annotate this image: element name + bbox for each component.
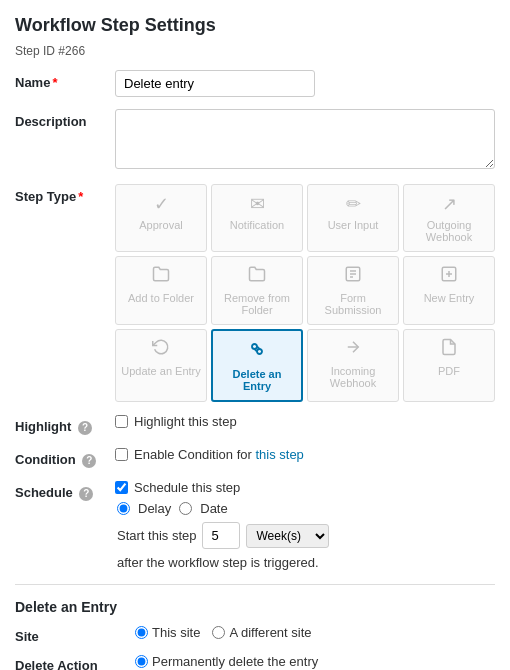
step-type-new-entry[interactable]: New Entry [403,256,495,325]
site-content: This site A different site [135,625,495,640]
user-input-label: User Input [328,219,379,231]
this-site-label: This site [152,625,200,640]
step-type-notification[interactable]: ✉ Notification [211,184,303,252]
highlight-label: Highlight ? [15,414,115,435]
highlight-content: Highlight this step [115,414,495,433]
update-entry-icon [152,338,170,361]
step-type-delete-entry[interactable]: Delete an Entry [211,329,303,402]
schedule-info-icon[interactable]: ? [79,487,93,501]
outgoing-webhook-icon: ↗ [442,193,457,215]
update-entry-label: Update an Entry [121,365,201,377]
delete-entry-icon [247,339,267,364]
highlight-checkbox-label: Highlight this step [134,414,237,429]
page-title: Workflow Step Settings [15,15,495,36]
approval-icon: ✓ [154,193,169,215]
delete-action-radio-row: Permanently delete the entry Move the en… [135,654,495,670]
step-type-grid-container: ✓ Approval ✉ Notification ✏ User Input ↗… [115,184,495,402]
remove-from-folder-icon [248,265,266,288]
add-to-folder-icon [152,265,170,288]
form-submission-icon [344,265,362,288]
highlight-checkbox[interactable] [115,415,128,428]
delay-radio[interactable] [117,502,130,515]
pdf-label: PDF [438,365,460,377]
description-row: Description [15,109,495,172]
site-label: Site [15,625,135,644]
add-to-folder-label: Add to Folder [128,292,194,304]
remove-from-folder-label: Remove from Folder [216,292,298,316]
condition-label: Condition ? [15,447,115,468]
condition-checkbox-label: Enable Condition for this step [134,447,304,462]
delete-entry-label: Delete an Entry [217,368,297,392]
step-type-form-submission[interactable]: Form Submission [307,256,399,325]
notification-label: Notification [230,219,284,231]
date-radio[interactable] [179,502,192,515]
step-type-add-to-folder[interactable]: Add to Folder [115,256,207,325]
pdf-icon [440,338,458,361]
permanently-delete-radio[interactable] [135,655,148,668]
name-row: Name* [15,70,495,97]
step-type-incoming-webhook[interactable]: Incoming Webhook [307,329,399,402]
step-type-remove-from-folder[interactable]: Remove from Folder [211,256,303,325]
condition-info-icon[interactable]: ? [82,454,96,468]
description-field-container [115,109,495,172]
condition-content: Enable Condition for this step [115,447,495,466]
step-type-outgoing-webhook[interactable]: ↗ Outgoing Webhook [403,184,495,252]
form-submission-label: Form Submission [312,292,394,316]
new-entry-icon [440,265,458,288]
svg-line-10 [255,349,258,352]
different-site-option[interactable]: A different site [212,625,311,640]
name-input[interactable] [115,70,315,97]
schedule-content: Schedule this step Delay Date Start this… [115,480,495,570]
step-type-label: Step Type* [15,184,115,204]
condition-blue-text: this step [255,447,303,462]
svg-line-9 [257,347,260,350]
week-unit-select[interactable]: Week(s) Day(s) Hour(s) Minute(s) [246,524,329,548]
user-input-icon: ✏ [346,193,361,215]
description-label: Description [15,109,115,129]
section-divider [15,584,495,585]
svg-point-8 [257,349,262,354]
step-type-update-entry[interactable]: Update an Entry [115,329,207,402]
delay-date-radio-row: Delay Date [117,501,495,516]
site-radio-row: This site A different site [135,625,495,640]
step-type-user-input[interactable]: ✏ User Input [307,184,399,252]
description-input[interactable] [115,109,495,169]
site-row: Site This site A different site [15,625,495,644]
different-site-label: A different site [229,625,311,640]
schedule-checkbox-label: Schedule this step [134,480,240,495]
this-site-radio[interactable] [135,626,148,639]
notification-icon: ✉ [250,193,265,215]
incoming-webhook-label: Incoming Webhook [312,365,394,389]
new-entry-label: New Entry [424,292,475,304]
condition-checkbox[interactable] [115,448,128,461]
delete-section-title: Delete an Entry [15,599,495,615]
after-text: after the workflow step is triggered. [117,555,319,570]
step-type-pdf[interactable]: PDF [403,329,495,402]
step-id: Step ID #266 [15,44,495,58]
required-indicator: * [52,75,57,90]
step-type-row: Step Type* ✓ Approval ✉ Notification ✏ U… [15,184,495,402]
delay-value-input[interactable] [202,522,240,549]
schedule-row: Schedule ? Schedule this step Delay Date… [15,480,495,570]
highlight-row: Highlight ? Highlight this step [15,414,495,435]
name-field-container [115,70,495,97]
incoming-webhook-icon [344,338,362,361]
svg-point-7 [252,344,257,349]
step-type-grid: ✓ Approval ✉ Notification ✏ User Input ↗… [115,184,495,402]
delete-action-content: Permanently delete the entry Move the en… [135,654,495,670]
condition-row: Condition ? Enable Condition for this st… [15,447,495,468]
permanently-delete-option[interactable]: Permanently delete the entry [135,654,318,669]
different-site-radio[interactable] [212,626,225,639]
delete-action-label: Delete Action [15,654,135,670]
delete-action-row: Delete Action Permanently delete the ent… [15,654,495,670]
schedule-label: Schedule ? [15,480,115,501]
outgoing-webhook-label: Outgoing Webhook [408,219,490,243]
this-site-option[interactable]: This site [135,625,200,640]
highlight-info-icon[interactable]: ? [78,421,92,435]
name-label: Name* [15,70,115,90]
step-type-approval[interactable]: ✓ Approval [115,184,207,252]
schedule-checkbox[interactable] [115,481,128,494]
schedule-options: Delay Date Start this step Week(s) Day(s… [115,501,495,570]
step-type-required: * [78,189,83,204]
permanently-delete-label: Permanently delete the entry [152,654,318,669]
